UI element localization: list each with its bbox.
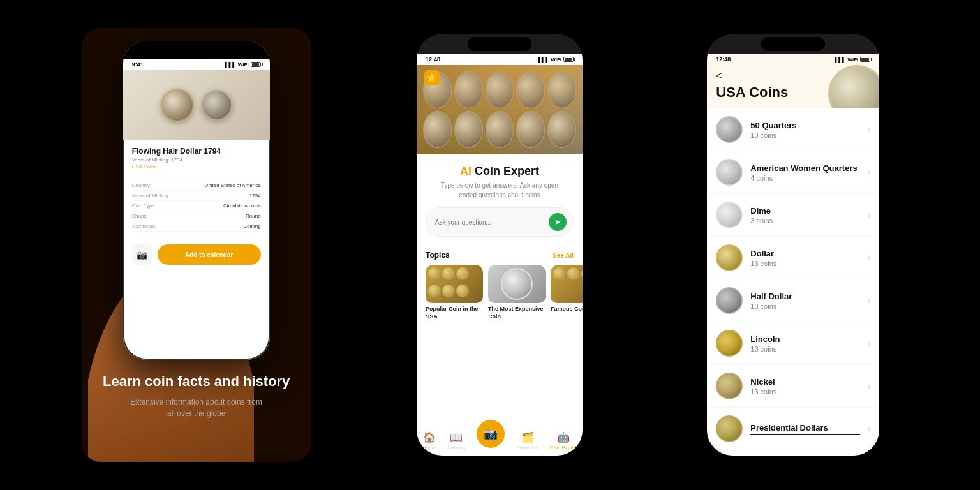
phone2-time: 12:48 (426, 56, 440, 63)
caption-subtext: Extensive information about coins from a… (126, 396, 267, 419)
phone1-notch (168, 41, 225, 52)
coin-avatar-quarters (716, 116, 743, 143)
coin-obverse (161, 89, 194, 122)
detail-technique: Technique: Coining (132, 221, 261, 232)
topic-popular-label: Popular Coin in the USA (426, 306, 483, 320)
coin-avatar-half-dollar (716, 287, 743, 314)
chevron-lincoln-icon: › (868, 338, 871, 348)
ai-label: AI (460, 165, 471, 177)
chevron-nickel-icon: › (868, 381, 871, 391)
tab-collection[interactable]: 🗂️ Collection (516, 431, 538, 450)
chevron-dollar-icon: › (868, 253, 871, 263)
tab-home-label: Home (422, 445, 436, 450)
hands-overlay (417, 65, 583, 154)
send-icon: ➤ (554, 218, 561, 226)
list-item-dollar[interactable]: Dollar 13 coins › (707, 237, 879, 279)
phone1-info: Flowing Hair Dollar 1794 Years of Mintin… (123, 140, 270, 238)
phone2-tab-bar: 🏠 Home 📖 Catalog 📷 🗂️ Collection 🤖 Coin … (417, 427, 583, 456)
coin-info-dime: Dime 3 coins (750, 206, 859, 225)
caption-heading: Learn coin facts and history (103, 373, 290, 391)
tab-coin-expert[interactable]: 🤖 Coin Expert (550, 431, 577, 450)
list-item-nickel[interactable]: Nickel 13 coins › (707, 365, 879, 408)
phone1-coin-image (123, 70, 270, 140)
coin-info-lincoln: Lincoln 13 coins (750, 334, 859, 353)
dynamic-island-3 (761, 37, 825, 51)
send-button[interactable]: ➤ (549, 213, 567, 231)
phone1-wrapper: 9:41 ▌▌▌ WiFi Flowing Hair Dollar 1794 Y… (101, 28, 292, 462)
ai-description: Type below to get answers. Ask any open … (426, 181, 574, 200)
list-item-dime[interactable]: Dime 3 coins › (707, 194, 879, 237)
collection-icon: 🗂️ (521, 431, 534, 443)
chevron-half-dollar-icon: › (868, 295, 871, 306)
chevron-quarters-icon: › (868, 124, 871, 135)
home-icon: 🏠 (423, 431, 436, 443)
ask-question-bar[interactable]: ➤ (426, 207, 574, 237)
topics-scroll: Popular Coin in the USA The Most Expensi… (417, 265, 583, 320)
phone3-notch-bar (707, 34, 879, 54)
detail-shape: Shape: Round (132, 211, 261, 221)
camera-button[interactable]: 📷 (132, 244, 152, 265)
phone3-time: 12:48 (716, 56, 731, 63)
phone2-wrapper: 12:48 ▌▌▌ WiFi ⭐ (417, 34, 583, 456)
catalog-icon: 📖 (450, 431, 463, 443)
phone1-caption: Learn coin facts and history Extensive i… (103, 373, 290, 419)
topic-card-expensive[interactable]: The Most Expensive Coin (488, 265, 546, 320)
tab-collection-label: Collection (516, 445, 538, 450)
coin-avatar-nickel (716, 373, 743, 399)
chevron-presidential-icon: › (868, 424, 871, 434)
topic-expensive-label: The Most Expensive Coin (488, 306, 546, 320)
coin-info-presidential: Presidential Dollars (750, 423, 859, 435)
topics-header: Topics See All (417, 251, 583, 260)
coin-avatar-lincoln (716, 330, 743, 357)
coin-info-half-dollar: Half Dollar 13 coins (750, 292, 859, 310)
tab-camera[interactable]: 📷 (477, 431, 505, 450)
tab-catalog[interactable]: 📖 Catalog (447, 431, 465, 450)
phone3-header: < USA Coins (707, 65, 879, 108)
topic-expensive-image (488, 265, 546, 303)
battery-icon-3 (860, 57, 870, 62)
tab-home[interactable]: 🏠 Home (422, 431, 436, 450)
question-input[interactable] (435, 219, 549, 226)
detail-type: Coin Type: Circulation coins (132, 201, 261, 211)
list-item-presidential[interactable]: Presidential Dollars › (707, 408, 879, 450)
topic-card-famous[interactable]: Famous Coins (551, 265, 583, 320)
coin-title: Flowing Hair Dollar 1794 (132, 147, 261, 156)
camera-icon: 📷 (137, 249, 147, 260)
coin-avatar-presidential (716, 415, 743, 442)
coin-info-dollar: Dollar 13 coins (750, 249, 859, 267)
coin-expert-label: Coin Expert (475, 165, 539, 177)
coin-avatar-dollar (716, 244, 743, 271)
chevron-aw-quarters-icon: › (868, 167, 871, 177)
phone3-status-bar: 12:48 ▌▌▌ WiFi (707, 54, 879, 65)
phone2-status-icons: ▌▌▌ WiFi (538, 57, 574, 63)
add-to-calendar-button[interactable]: Add to calendar (158, 244, 261, 265)
list-item-half-dollar[interactable]: Half Dollar 13 coins › (707, 279, 879, 322)
coin-avatar-aw-quarters (716, 159, 743, 186)
phone3-status-icons: ▌▌▌ WiFi (835, 57, 870, 63)
topics-label: Topics (426, 251, 450, 260)
list-item-lincoln[interactable]: Lincoln 13 coins › (707, 322, 879, 365)
coin-avatar-dime (716, 202, 743, 228)
list-item-aw-quarters[interactable]: American Women Quarters 4 coins › (707, 151, 879, 194)
battery-icon-2 (563, 57, 574, 62)
detail-years: Years of Minting: 1794 (132, 191, 261, 201)
coin-list: 50 Quarters 13 coins › American Women Qu… (707, 108, 879, 456)
big-coin (501, 268, 533, 300)
see-all-button[interactable]: See All (553, 252, 574, 259)
tab-catalog-label: Catalog (447, 445, 465, 450)
coin-subtitle: Years of Minting: 1794 (132, 157, 261, 163)
phone1-actions: 📷 Add to calendar (123, 238, 270, 271)
topic-card-popular[interactable]: Popular Coin in the USA (426, 265, 483, 320)
list-item-quarters[interactable]: 50 Quarters 13 coins › (707, 108, 879, 151)
coin-details: Country: United States of America Years … (132, 175, 261, 232)
coin-link[interactable]: USA Coins (132, 164, 261, 170)
coin-info-aw-quarters: American Women Quarters 4 coins (750, 163, 859, 182)
detail-country: Country: United States of America (132, 181, 261, 191)
chevron-dime-icon: › (868, 210, 871, 220)
phone2-notch-bar (417, 34, 583, 54)
phone3-wrapper: 12:48 ▌▌▌ WiFi < USA Coins 50 Quarters 1… (707, 34, 879, 456)
scene: 9:41 ▌▌▌ WiFi Flowing Hair Dollar 1794 Y… (0, 0, 980, 490)
dynamic-island (468, 37, 531, 51)
phone1-status-icons: ▌▌▌ WiFi (225, 62, 261, 68)
topic-popular-image (426, 265, 483, 303)
